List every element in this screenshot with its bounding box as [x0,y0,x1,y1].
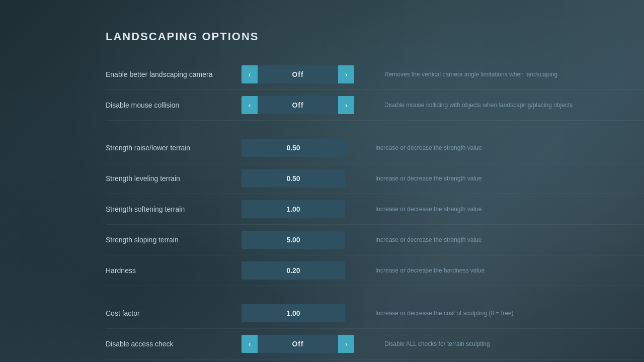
section-gap [106,121,644,133]
option-control-strength-leveling: 0.50 [242,169,345,188]
option-description-strength-sloping: Increase or decrease the strength value [375,236,481,244]
number-value-strength-softening[interactable]: 1.00 [242,200,345,218]
option-control-strength-softening: 1.00 [242,200,345,218]
option-description-strength-raise-lower: Increase or decrease the strength value [375,144,481,152]
option-label-disable-access-check: Disable access check [106,340,242,348]
option-description-enable-better-camera: Removes the vertical camera angle limita… [384,70,557,79]
right-arrow-disable-access-check[interactable]: › [338,335,354,353]
left-arrow-enable-better-camera[interactable]: ‹ [242,65,258,83]
option-label-strength-leveling: Strength leveling terrain [106,174,242,183]
option-description-strength-softening: Increase or decrease the strength value [375,205,481,214]
left-arrow-disable-mouse-collision[interactable]: ‹ [242,96,258,114]
toggle-disable-access-check: ‹Off› [242,335,354,353]
option-label-strength-sloping: Strength sloping terrain [106,236,242,244]
option-description-disable-access-check: Disable ALL checks for terrain sculpting [384,340,490,348]
number-value-hardness[interactable]: 0.20 [242,261,345,280]
option-row-disable-mouse-collision: Disable mouse collision‹Off›Disable mous… [106,90,644,121]
option-row-disable-access-check: Disable access check‹Off›Disable ALL che… [106,329,644,359]
option-control-strength-sloping: 5.00 [242,231,345,249]
option-label-hardness: Hardness [106,266,242,275]
option-row-strength-raise-lower: Strength raise/lower terrain0.50Increase… [106,133,644,163]
option-row-strength-softening: Strength softening terrain1.00Increase o… [106,194,644,225]
number-value-cost-factor[interactable]: 1.00 [242,304,345,322]
option-control-cost-factor: 1.00 [242,304,345,322]
option-row-strength-leveling: Strength leveling terrain0.50Increase or… [106,163,644,194]
option-control-disable-mouse-collision: ‹Off› [242,96,354,114]
option-row-cost-factor: Cost factor1.00Increase or decrease the … [106,298,644,329]
option-description-hardness: Increase or decrease the hardness value [375,266,485,275]
left-arrow-disable-access-check[interactable]: ‹ [242,335,258,353]
right-arrow-enable-better-camera[interactable]: › [338,65,354,83]
option-control-enable-better-camera: ‹Off› [242,65,354,83]
option-label-strength-softening: Strength softening terrain [106,205,242,213]
option-control-strength-raise-lower: 0.50 [242,139,345,157]
section-gap [106,286,644,298]
page-title: LANDSCAPING OPTIONS [106,30,644,43]
option-control-hardness: 0.20 [242,261,345,280]
option-row-hardness: Hardness0.20Increase or decrease the har… [106,255,644,286]
option-label-strength-raise-lower: Strength raise/lower terrain [106,144,242,152]
number-value-strength-leveling[interactable]: 0.50 [242,169,345,188]
option-description-strength-leveling: Increase or decrease the strength value [375,174,481,183]
toggle-disable-mouse-collision: ‹Off› [242,96,354,114]
number-value-strength-sloping[interactable]: 5.00 [242,231,345,249]
toggle-enable-better-camera: ‹Off› [242,65,354,83]
option-label-enable-better-camera: Enable better landscaping camera [106,70,242,78]
option-label-disable-mouse-collision: Disable mouse collision [106,101,242,109]
main-container: LANDSCAPING OPTIONS Enable better landsc… [0,0,644,359]
toggle-value-enable-better-camera: Off [258,65,338,83]
option-row-strength-sloping: Strength sloping terrain5.00Increase or … [106,225,644,255]
toggle-value-disable-mouse-collision: Off [258,96,338,114]
option-control-disable-access-check: ‹Off› [242,335,354,353]
option-description-cost-factor: Increase or decrease the cost of sculpti… [375,309,513,318]
right-arrow-disable-mouse-collision[interactable]: › [338,96,354,114]
option-label-cost-factor: Cost factor [106,309,242,317]
option-description-disable-mouse-collision: Disable mouse colliding with objects whe… [384,101,573,110]
toggle-value-disable-access-check: Off [258,335,338,353]
options-list: Enable better landscaping camera‹Off›Rem… [106,59,644,359]
option-row-enable-better-camera: Enable better landscaping camera‹Off›Rem… [106,59,644,90]
number-value-strength-raise-lower[interactable]: 0.50 [242,139,345,157]
